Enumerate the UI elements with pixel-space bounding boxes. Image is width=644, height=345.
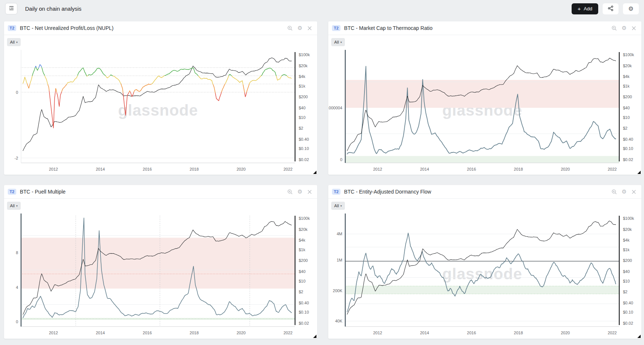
chart-area[interactable]: glassnode 201220142016201820202022840$10… [4,211,317,338]
zoom-in-icon[interactable] [612,25,617,31]
nupl-segment [55,88,56,93]
indent-list-icon [8,5,15,13]
x-tick-label: 2012 [49,167,58,171]
dormancy-chart[interactable]: 2012201420162018202020224M1M200K40K$100k… [328,211,641,338]
nupl-segment [30,76,32,84]
nupl-segment [32,68,35,76]
right-tick-label: $10 [299,279,305,283]
right-tick-label: $200 [299,95,308,99]
resize-handle[interactable] [637,335,641,338]
chevron-down-icon: ▾ [16,41,18,44]
nupl-segment [151,76,165,84]
x-tick-label: 2018 [190,167,199,171]
share-button[interactable] [603,3,619,14]
x-tick-label: 2012 [49,331,58,335]
gear-icon[interactable]: ⚙ [298,25,302,31]
right-tick-label: $0.40 [299,137,309,141]
right-tick-label: $0.02 [623,321,633,325]
chart-area[interactable]: glassnode 2012201420162018202020224M1M20… [328,211,641,338]
threshold-band [21,318,295,320]
right-tick-label: $20k [623,64,632,68]
resize-handle[interactable] [313,335,316,338]
nupl-segment [215,92,222,101]
panel-title: BTC - Market Cap to Thermocap Ratio [344,25,432,31]
nupl-segment [62,84,67,92]
right-tick-label: $0.02 [623,157,633,162]
panel-header: T2 BTC - Puell Multiple ⚙ [4,185,317,199]
gear-icon[interactable]: ⚙ [622,25,627,31]
x-tick-label: 2022 [608,331,617,335]
close-icon[interactable] [631,189,636,194]
nupl-segment [276,76,281,80]
right-tick-label: $1k [299,247,305,252]
share-icon [607,5,614,13]
chart-area[interactable]: glassnode 2012201420162018202020220.0000… [328,48,641,174]
right-tick-label: $2 [299,126,303,130]
threshold-band [345,156,619,163]
right-tick-label: $100k [299,216,310,221]
gear-icon: ⚙ [628,6,633,12]
x-tick-label: 2018 [514,331,523,335]
right-tick-label: $40 [299,269,305,274]
x-tick-label: 2014 [420,167,429,171]
puell-chart[interactable]: 201220142016201820202022840$100k$20k$4k$… [4,211,317,338]
close-icon[interactable] [307,26,312,31]
timeframe-dropdown[interactable]: All ▾ [7,38,21,46]
x-tick-label: 2018 [190,331,199,335]
settings-button[interactable]: ⚙ [623,3,639,14]
x-tick-label: 2020 [237,167,246,171]
nupl-segment [261,68,277,76]
threshold-band [21,238,295,289]
timeframe-dropdown[interactable]: All ▾ [331,38,345,46]
nupl-segment [213,84,215,93]
right-tick-label: $1k [623,247,630,252]
zoom-in-icon[interactable] [612,189,617,195]
nupl-segment [106,76,110,78]
right-tick-label: $4k [623,74,630,79]
right-tick-label: $0.02 [299,157,309,162]
panel-puell: T2 BTC - Puell Multiple ⚙ All ▾ glassnod… [4,185,317,339]
chart-area[interactable]: glassnode 2012201420162018202020220-2$10… [4,48,317,174]
right-tick-label: $100k [623,52,634,57]
panel-header: T2 BTC - Net Unrealized Profit/Loss (NUP… [4,21,317,35]
dashboard-grid: T2 BTC - Net Unrealized Profit/Loss (NUP… [0,17,644,339]
nupl-segment [225,76,229,83]
add-button[interactable]: + Add [572,3,598,14]
x-tick-label: 2020 [561,167,570,171]
nupl-segment [232,76,243,85]
x-tick-label: 2012 [373,331,382,335]
nupl-segment [121,84,123,93]
timeframe-dropdown[interactable]: All ▾ [7,202,21,210]
nupl-chart[interactable]: 2012201420162018202020220-2$100k$20k$4k$… [4,48,317,174]
zoom-in-icon[interactable] [287,189,293,195]
left-tick-label: -2 [14,156,18,160]
resize-handle[interactable] [637,171,641,174]
gear-icon[interactable]: ⚙ [298,188,302,195]
thermocap-chart[interactable]: 2012201420162018202020220.0000040$100k$2… [328,48,641,174]
zoom-in-icon[interactable] [287,25,293,31]
nupl-segment [244,92,246,97]
nupl-segment [87,76,88,76]
right-tick-label: $40 [299,106,305,110]
right-tick-label: $20k [623,227,632,232]
close-icon[interactable] [631,26,636,31]
nupl-segment [134,84,151,92]
panel-nupl: T2 BTC - Net Unrealized Profit/Loss (NUP… [4,21,317,175]
x-tick-label: 2018 [514,167,523,171]
gear-icon[interactable]: ⚙ [622,188,627,195]
right-tick-label: $0.10 [299,146,309,151]
x-tick-label: 2016 [467,167,476,171]
threshold-band [345,80,619,107]
dashboard-list-button[interactable] [5,3,17,14]
right-tick-label: $4k [299,74,305,79]
right-tick-label: $200 [623,258,632,263]
nupl-segment [243,85,244,93]
timeframe-dropdown[interactable]: All ▾ [331,202,345,210]
right-tick-label: $200 [623,95,632,99]
right-tick-label: $10 [623,115,630,120]
right-tick-label: $1k [299,84,305,88]
resize-handle[interactable] [313,171,316,174]
nupl-segment [247,84,249,92]
right-tick-label: $0.40 [299,301,309,305]
close-icon[interactable] [307,189,312,194]
